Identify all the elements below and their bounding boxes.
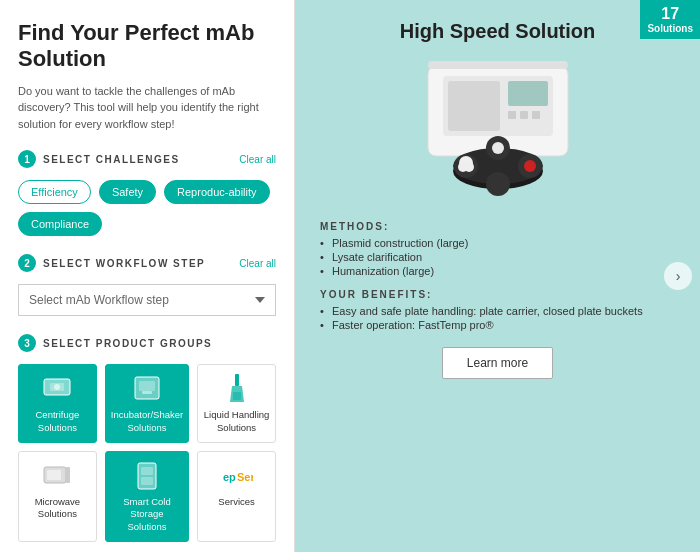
section2-clear[interactable]: Clear all [239, 258, 276, 269]
product-incubator[interactable]: Incubator/Shaker Solutions [105, 364, 189, 443]
svg-rect-22 [448, 81, 500, 131]
svg-rect-7 [233, 392, 241, 400]
cold-label: Smart Cold Storage Solutions [111, 496, 183, 533]
svg-rect-9 [47, 470, 61, 480]
section3-header: 3 SELECT PRODUCT GROUPS [18, 334, 276, 352]
main-title: Find Your Perfect mAb Solution [18, 20, 276, 73]
svg-rect-19 [508, 111, 516, 119]
svg-text:ep: ep [223, 471, 236, 483]
section3-num: 3 [18, 334, 36, 352]
svg-rect-12 [141, 467, 153, 475]
benefit-1: Easy and safe plate handling: plate carr… [320, 305, 675, 317]
pill-reproducability[interactable]: Reproduc-ability [164, 180, 269, 204]
cold-icon [131, 460, 163, 492]
microwave-label: Microwave Solutions [24, 496, 91, 521]
section3-label: SELECT PRODUCT GROUPS [43, 338, 212, 349]
pill-efficiency[interactable]: Efficiency [18, 180, 91, 204]
svg-rect-21 [532, 111, 540, 119]
section1-clear[interactable]: Clear all [239, 154, 276, 165]
svg-rect-6 [235, 374, 239, 386]
centrifuge-label: Centrifuge Solutions [24, 409, 91, 434]
svg-point-34 [492, 142, 504, 154]
svg-point-29 [486, 172, 510, 196]
centrifuge-image [398, 51, 598, 211]
product-grid: Centrifuge Solutions Incubator/Shaker So… [18, 364, 276, 542]
section3-title: 3 SELECT PRODUCT GROUPS [18, 334, 212, 352]
benefit-2: Faster operation: FastTemp pro® [320, 319, 675, 331]
section2-container: 2 SELECT WORKFLOW STEP Clear all Select … [18, 254, 276, 316]
incubator-label: Incubator/Shaker Solutions [111, 409, 183, 434]
section1-title: 1 SELECT CHALLENGES [18, 150, 180, 168]
left-panel: Find Your Perfect mAb Solution Do you wa… [0, 0, 295, 552]
section1-num: 1 [18, 150, 36, 168]
method-3: Humanization (large) [320, 265, 675, 277]
svg-text:Services: Services [237, 471, 253, 483]
next-arrow[interactable]: › [664, 262, 692, 290]
product-centrifuge[interactable]: Centrifuge Solutions [18, 364, 97, 443]
product-cold[interactable]: Smart Cold Storage Solutions [105, 451, 189, 542]
incubator-icon [131, 373, 163, 405]
solutions-badge: 17 Solutions [640, 0, 700, 39]
product-services[interactable]: ep Services Services [197, 451, 276, 542]
product-microwave[interactable]: Microwave Solutions [18, 451, 97, 542]
solution-title: High Speed Solution [320, 20, 675, 43]
services-label: Services [218, 496, 254, 508]
centrifuge-icon [41, 373, 73, 405]
method-1: Plasmid construction (large) [320, 237, 675, 249]
solutions-count: 17 [647, 4, 693, 23]
svg-rect-5 [142, 391, 152, 394]
svg-rect-13 [141, 477, 153, 485]
section1-header: 1 SELECT CHALLENGES Clear all [18, 150, 276, 168]
svg-rect-11 [138, 463, 156, 489]
learn-more-button[interactable]: Learn more [442, 347, 553, 379]
section1-label: SELECT CHALLENGES [43, 154, 180, 165]
section2-label: SELECT WORKFLOW STEP [43, 258, 205, 269]
workflow-select[interactable]: Select mAb Workflow step [18, 284, 276, 316]
methods-list: Plasmid construction (large) Lysate clar… [320, 237, 675, 277]
microwave-icon [41, 460, 73, 492]
benefits-heading: YOUR BENEFITS: [320, 289, 675, 300]
section2-num: 2 [18, 254, 36, 272]
section2-header: 2 SELECT WORKFLOW STEP Clear all [18, 254, 276, 272]
liquid-label: Liquid Handling Solutions [203, 409, 270, 434]
svg-rect-4 [139, 381, 155, 391]
svg-point-33 [458, 162, 468, 172]
methods-section: METHODS: Plasmid construction (large) Ly… [320, 221, 675, 279]
pill-compliance[interactable]: Compliance [18, 212, 102, 236]
benefits-section: YOUR BENEFITS: Easy and safe plate handl… [320, 289, 675, 333]
product-liquid[interactable]: Liquid Handling Solutions [197, 364, 276, 443]
benefits-list: Easy and safe plate handling: plate carr… [320, 305, 675, 331]
svg-rect-20 [520, 111, 528, 119]
svg-point-30 [524, 160, 536, 172]
services-icon: ep Services [221, 460, 253, 492]
svg-rect-23 [428, 61, 568, 69]
right-panel: 17 Solutions High Speed Solution [295, 0, 700, 552]
challenges-container: Efficiency Safety Reproduc-ability Compl… [18, 180, 276, 236]
methods-heading: METHODS: [320, 221, 675, 232]
section2-title: 2 SELECT WORKFLOW STEP [18, 254, 205, 272]
svg-rect-10 [66, 467, 70, 483]
method-2: Lysate clarification [320, 251, 675, 263]
section3-container: 3 SELECT PRODUCT GROUPS Centrifuge Solut… [18, 334, 276, 542]
svg-point-2 [54, 384, 60, 390]
subtitle: Do you want to tackle the challenges of … [18, 83, 276, 133]
pill-safety[interactable]: Safety [99, 180, 156, 204]
solutions-label: Solutions [647, 23, 693, 34]
liquid-icon [221, 373, 253, 405]
svg-rect-18 [508, 81, 548, 106]
